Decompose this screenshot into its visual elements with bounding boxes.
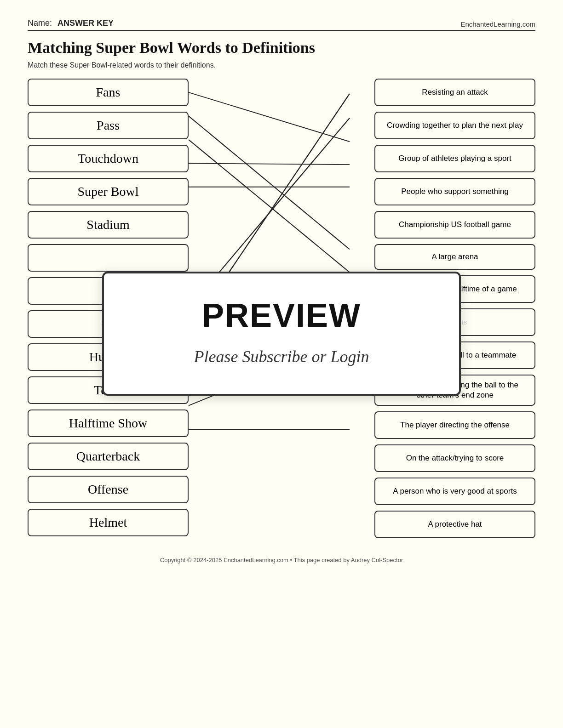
word-halftimeshow: Halftime Show (28, 410, 189, 437)
header: Name: ANSWER KEY EnchantedLearning.com (28, 18, 535, 31)
word-pass: Pass (28, 112, 189, 139)
def-attack: On the attack/trying to score (374, 444, 535, 472)
word-fans: Fans (28, 79, 189, 106)
def-hat: A protective hat (374, 511, 535, 538)
word-touchdown: Touchdown (28, 145, 189, 172)
preview-overlay: PREVIEW Please Subscribe or Login (102, 272, 461, 396)
def-player: The player directing the offense (374, 411, 535, 439)
def-good: A person who is very good at sports (374, 478, 535, 505)
def-champ: Championship US football game (374, 211, 535, 239)
def-people: People who support something (374, 178, 535, 205)
word-quarterback: Quarterback (28, 443, 189, 470)
page-subtitle: Match these Super Bowl-related words to … (28, 61, 535, 69)
preview-subtitle: Please Subscribe or Login (132, 347, 431, 366)
def-resist: Resisting an attack (374, 79, 535, 106)
preview-title: PREVIEW (132, 296, 431, 334)
name-label: Name: (28, 18, 52, 28)
page-title: Matching Super Bowl Words to Definitions (28, 39, 535, 57)
footer: Copyright © 2024-2025 EnchantedLearning.… (28, 552, 535, 563)
word-stadium: Stadium (28, 211, 189, 239)
word-offense: Offense (28, 476, 189, 503)
site-name: EnchantedLearning.com (460, 20, 535, 28)
page: Name: ANSWER KEY EnchantedLearning.com M… (0, 0, 563, 728)
matching-area: Fans Pass Touchdown Super Bowl Stadium Q… (28, 79, 535, 538)
word-superbowl: Super Bowl (28, 178, 189, 205)
def-arena: A large arena (374, 244, 535, 270)
name-value: ANSWER KEY (57, 18, 114, 28)
word-blank1 (28, 244, 189, 272)
def-group: Group of athletes playing a sport (374, 145, 535, 172)
word-helmet: Helmet (28, 509, 189, 536)
def-crowd: Crowding together to plan the next play (374, 112, 535, 139)
name-area: Name: ANSWER KEY (28, 18, 114, 28)
